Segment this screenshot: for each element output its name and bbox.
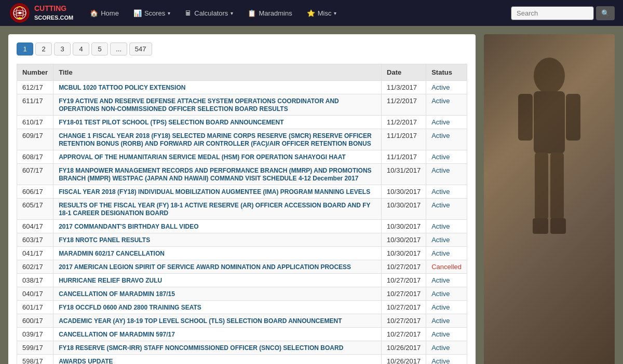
nav-maradmins[interactable]: 📋 Maradmins (241, 6, 298, 20)
table-header: Number Title Date Status (17, 64, 467, 81)
cell-date: 10/27/2017 (382, 260, 426, 274)
cell-status: Active (426, 247, 467, 260)
cell-number: 038/17 (17, 274, 53, 287)
cell-title[interactable]: 2017 AMERICAN LEGION SPIRIT OF SERVICE A… (53, 260, 382, 274)
title-link[interactable]: 2017 COMMANDANT'S BIRTHDAY BALL VIDEO (59, 223, 198, 230)
title-link[interactable]: MARADMIN 602/17 CANCELLATION (59, 250, 165, 257)
content-wrapper: 12345...547 Number Title Date Status 612… (0, 26, 623, 364)
cell-status: Active (426, 355, 467, 365)
cell-date: 10/31/2017 (382, 164, 426, 185)
cell-title[interactable]: MARADMIN 602/17 CANCELLATION (53, 247, 382, 260)
cell-number: 603/17 (17, 233, 53, 247)
nav-scores[interactable]: 📊 Scores ▾ (127, 6, 177, 20)
cell-title[interactable]: FY19 ACTIVE AND RESERVE DEFENSE ATTACHE … (53, 94, 382, 116)
title-link[interactable]: 2017 AMERICAN LEGION SPIRIT OF SERVICE A… (59, 263, 351, 271)
cell-date: 10/27/2017 (382, 314, 426, 328)
title-link[interactable]: RESULTS OF THE FISCAL YEAR (FY) 18-1 ACT… (59, 202, 370, 217)
cell-title[interactable]: 2017 COMMANDANT'S BIRTHDAY BALL VIDEO (53, 220, 382, 233)
home-icon: 🏠 (90, 9, 98, 17)
main-panel: 12345...547 Number Title Date Status 612… (8, 34, 476, 364)
search-button[interactable]: 🔍 (596, 6, 615, 20)
search-input[interactable] (511, 6, 594, 20)
cell-title[interactable]: CHANGE 1 FISCAL YEAR 2018 (FY18) SELECTE… (53, 129, 382, 150)
page-btn-4[interactable]: 4 (73, 43, 89, 55)
cell-title[interactable]: FY18 OCCFLD 0600 AND 2800 TRAINING SEATS (53, 301, 382, 314)
cell-status: Active (426, 341, 467, 355)
page-btn-2[interactable]: 2 (35, 43, 52, 55)
cell-title[interactable]: RESULTS OF THE FISCAL YEAR (FY) 18-1 ACT… (53, 199, 382, 220)
title-link[interactable]: HURRICANE RELIEF BRAVO ZULU (59, 277, 162, 284)
svg-rect-9 (518, 94, 533, 141)
cell-date: 10/30/2017 (382, 220, 426, 233)
table-row: 600/17ACADEMIC YEAR (AY) 18-19 TOP LEVEL… (17, 314, 467, 328)
cell-number: 606/17 (17, 185, 53, 199)
title-link[interactable]: FY18 MANPOWER MANAGEMENT RECORDS AND PER… (59, 167, 371, 182)
table-row: 610/17FY18-01 TEST PILOT SCHOOL (TPS) SE… (17, 116, 467, 129)
page-btn-547[interactable]: 547 (129, 43, 152, 55)
title-link[interactable]: FY19 ACTIVE AND RESERVE DEFENSE ATTACHE … (59, 97, 339, 113)
calc-icon: 🖩 (185, 9, 192, 17)
cell-date: 10/27/2017 (382, 328, 426, 341)
cell-title[interactable]: CANCELLATION OF MARADMIN 187/15 (53, 287, 382, 301)
table-row: 606/17FISCAL YEAR 2018 (FY18) INDIVIDUAL… (17, 185, 467, 199)
title-link[interactable]: FY18 NROTC PANEL RESULTS (59, 236, 150, 244)
table-row: 040/17CANCELLATION OF MARADMIN 187/1510/… (17, 287, 467, 301)
cell-title[interactable]: MCBUL 1020 TATTOO POLICY EXTENSION (53, 81, 382, 94)
cell-status: Active (426, 220, 467, 233)
cell-number: 040/17 (17, 287, 53, 301)
table-row: 605/17RESULTS OF THE FISCAL YEAR (FY) 18… (17, 199, 467, 220)
cell-date: 10/27/2017 (382, 301, 426, 314)
cell-title[interactable]: ACADEMIC YEAR (AY) 18-19 TOP LEVEL SCHOO… (53, 314, 382, 328)
page-btn-3[interactable]: 3 (54, 43, 71, 55)
cell-title[interactable]: FISCAL YEAR 2018 (FY18) INDIVIDUAL MOBIL… (53, 185, 382, 199)
svg-rect-14 (550, 218, 566, 234)
nav-misc[interactable]: ⭐ Misc ▾ (301, 6, 343, 20)
cell-date: 11/1/2017 (382, 150, 426, 164)
title-link[interactable]: FISCAL YEAR 2018 (FY18) INDIVIDUAL MOBIL… (59, 188, 370, 195)
cell-number: 602/17 (17, 260, 53, 274)
cell-number: 041/17 (17, 247, 53, 260)
title-link[interactable]: CHANGE 1 FISCAL YEAR 2018 (FY18) SELECTE… (59, 132, 372, 147)
title-link[interactable]: AWARDS UPDATE (59, 358, 113, 364)
cell-title[interactable]: FY18-01 TEST PILOT SCHOOL (TPS) SELECTIO… (53, 116, 382, 129)
side-panel (484, 34, 615, 364)
title-link[interactable]: ACADEMIC YEAR (AY) 18-19 TOP LEVEL SCHOO… (59, 317, 342, 325)
cell-title[interactable]: FY18 NROTC PANEL RESULTS (53, 233, 382, 247)
cell-number: 599/17 (17, 341, 53, 355)
cell-date: 10/30/2017 (382, 199, 426, 220)
cell-title[interactable]: CANCELLATION OF MARADMIN 597/17 (53, 328, 382, 341)
page-btn-1[interactable]: 1 (17, 43, 33, 55)
title-link[interactable]: MCBUL 1020 TATTOO POLICY EXTENSION (59, 84, 185, 91)
col-number: Number (17, 64, 53, 81)
table-row: 038/17HURRICANE RELIEF BRAVO ZULU10/27/2… (17, 274, 467, 287)
cell-title[interactable]: APPROVAL OF THE HUMANITARIAN SERVICE MED… (53, 150, 382, 164)
table-row: 611/17FY19 ACTIVE AND RESERVE DEFENSE AT… (17, 94, 467, 116)
title-link[interactable]: FY18-01 TEST PILOT SCHOOL (TPS) SELECTIO… (59, 119, 283, 126)
title-link[interactable]: FY18 OCCFLD 0600 AND 2800 TRAINING SEATS (59, 304, 201, 311)
title-link[interactable]: CANCELLATION OF MARADMIN 187/15 (59, 290, 175, 298)
table-row: 609/17CHANGE 1 FISCAL YEAR 2018 (FY18) S… (17, 129, 467, 150)
cell-number: 601/17 (17, 301, 53, 314)
search-form: 🔍 (511, 6, 615, 20)
cell-status: Active (426, 94, 467, 116)
cell-date: 11/2/2017 (382, 94, 426, 116)
table-row: 607/17FY18 MANPOWER MANAGEMENT RECORDS A… (17, 164, 467, 185)
cell-date: 11/2/2017 (382, 116, 426, 129)
cell-title[interactable]: FY18 MANPOWER MANAGEMENT RECORDS AND PER… (53, 164, 382, 185)
svg-rect-8 (534, 91, 565, 153)
cell-title[interactable]: FY18 RESERVE (SMCR-IRR) STAFF NONCOMMISS… (53, 341, 382, 355)
title-link[interactable]: FY18 RESERVE (SMCR-IRR) STAFF NONCOMMISS… (59, 344, 343, 352)
nav-calculators[interactable]: 🖩 Calculators ▾ (179, 6, 239, 20)
title-link[interactable]: APPROVAL OF THE HUMANITARIAN SERVICE MED… (59, 153, 346, 161)
cell-title[interactable]: HURRICANE RELIEF BRAVO ZULU (53, 274, 382, 287)
cell-title[interactable]: AWARDS UPDATE (53, 355, 382, 365)
title-link[interactable]: CANCELLATION OF MARADMIN 597/17 (59, 331, 175, 338)
cell-date: 10/27/2017 (382, 287, 426, 301)
page-btn-...[interactable]: ... (110, 43, 127, 55)
table-row: 608/17APPROVAL OF THE HUMANITARIAN SERVI… (17, 150, 467, 164)
brand-logo[interactable]: USMC CUTTING SCORES.COM (8, 2, 73, 24)
cell-date: 11/1/2017 (382, 129, 426, 150)
page-btn-5[interactable]: 5 (91, 43, 108, 55)
col-status: Status (426, 64, 467, 81)
nav-home[interactable]: 🏠 Home (84, 6, 125, 20)
